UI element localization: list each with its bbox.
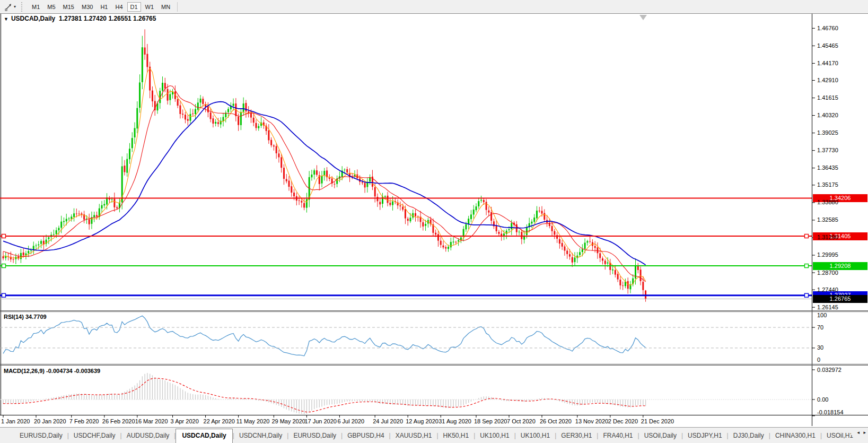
chart-symbol-label: USDCAD,Daily — [11, 15, 55, 22]
chart-tab-xauusd-h1[interactable]: XAUUSD,H1 — [391, 430, 437, 441]
chart-canvas[interactable] — [0, 0, 868, 443]
chart-tab-eurusd-daily[interactable]: EURUSD,Daily — [15, 430, 67, 441]
hline-handle[interactable] — [2, 293, 6, 297]
hline-handle[interactable] — [805, 293, 809, 297]
macd-indicator-label: MACD(12,26,9) -0.004734 -0.003639 — [4, 368, 100, 374]
symbol-tab-bar: EURUSD,Daily|USDCHF,Daily|AUDUSD,Daily|U… — [0, 427, 868, 443]
time-axis[interactable] — [0, 415, 812, 426]
macd-signal-line — [3, 378, 646, 412]
trading-platform-window: ▾ M1M5M15M30H1H4D1W1MN ▼USDCAD,Daily 1.2… — [0, 0, 868, 443]
chart-tab-dj30-daily[interactable]: DJ30,Daily — [729, 430, 769, 441]
price-axis[interactable] — [812, 14, 868, 415]
chart-tab-gbpusd-h4[interactable]: GBPUSD,H4 — [343, 430, 389, 441]
hline-handle[interactable] — [805, 264, 809, 268]
chart-tab-eurusd-daily[interactable]: EURUSD,Daily — [288, 430, 341, 441]
chart-collapse-icon[interactable]: ▼ — [4, 16, 8, 22]
chart-tab-audusd-daily[interactable]: AUDUSD,Daily — [122, 430, 174, 441]
chart-tab-uk100-h1[interactable]: UK100,H1 — [475, 430, 514, 441]
ma-medium-line — [3, 85, 646, 282]
chart-tab-ger30-h1[interactable]: GER30,H1 — [556, 430, 597, 441]
tab-scroll-left-button[interactable]: ◂ — [857, 430, 860, 435]
chart-tab-uk100-h1[interactable]: UK100,H1 — [516, 430, 555, 441]
chart-tab-usdchf-daily[interactable]: USDCHF,Daily — [69, 430, 120, 441]
chart-shift-marker — [639, 15, 647, 20]
ma-slow-line — [3, 102, 646, 265]
hline-handle[interactable] — [2, 234, 6, 238]
chart-tab-hk50-h1[interactable]: HK50,H1 — [439, 430, 474, 441]
chart-tab-usdcnh-daily[interactable]: USDCNH,Daily — [234, 430, 287, 441]
chart-tab-usdjpy-h1[interactable]: USDJPY,H1 — [683, 430, 726, 441]
chart-tab-usoil-daily[interactable]: USOil,Daily — [639, 430, 681, 441]
rsi-line — [3, 316, 646, 355]
hline-handle[interactable] — [2, 264, 6, 268]
chart-ohlc-values: 1.27381 1.27420 1.26551 1.26765 — [59, 15, 156, 22]
chart-tab-usdcad-daily[interactable]: USDCAD,Daily — [176, 429, 232, 443]
rsi-indicator-label: RSI(14) 34.7709 — [4, 314, 47, 320]
chart-title: ▼USDCAD,Daily 1.27381 1.27420 1.26551 1.… — [4, 15, 156, 22]
tab-scroll-controls: ◂ ▸ — [851, 430, 866, 435]
tab-scroll-right-button[interactable]: ▸ — [863, 430, 866, 435]
chart-tab-fra40-h1[interactable]: FRA40,H1 — [598, 430, 637, 441]
hline-handle[interactable] — [805, 234, 809, 238]
chart-tab-china300-h1[interactable]: CHINA300,H1 — [770, 430, 820, 441]
